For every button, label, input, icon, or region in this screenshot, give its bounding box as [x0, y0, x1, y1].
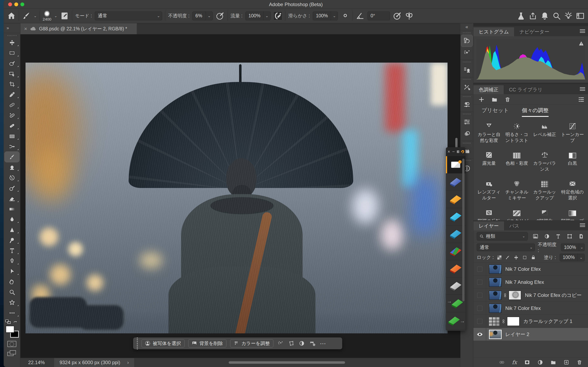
blend-mode-select[interactable]: 通常 ⌄ — [95, 11, 162, 20]
delete-layer-trash-icon[interactable] — [577, 359, 582, 365]
tool-selection-brush[interactable] — [4, 58, 20, 68]
tool-blur[interactable] — [4, 214, 20, 225]
layer-row[interactable]: Nik 7 Color Efex — [474, 302, 588, 315]
pressure-opacity-icon[interactable] — [216, 11, 225, 20]
tool-more-ellipsis[interactable] — [4, 308, 20, 318]
panel-layout-icon[interactable] — [457, 150, 459, 153]
layer-row-selected[interactable]: レイヤー 2 — [474, 328, 588, 341]
tool-clone-stamp[interactable] — [4, 162, 20, 173]
layer-filter-select[interactable]: 種類 ⌄ — [477, 232, 528, 241]
document-tab[interactable]: × G88.psdc @ 22.1% (レイヤー 2, RGB/8) * — [20, 23, 137, 34]
layer-style-fx-icon[interactable]: fx — [512, 359, 517, 365]
subtab-single-adjustments[interactable]: 個々の調整 — [522, 107, 549, 116]
smoothing-select[interactable]: 100% ⌄ — [313, 11, 338, 20]
expand-tools-button[interactable]: » — [4, 23, 20, 33]
add-adjustment-icon[interactable] — [478, 96, 484, 103]
tool-brush-selected[interactable] — [5, 152, 19, 162]
visibility-toggle[interactable] — [474, 276, 486, 289]
histogram-warning-icon[interactable] — [579, 41, 584, 47]
layer-thumbnail[interactable] — [489, 277, 502, 287]
tab-layers[interactable]: レイヤー — [474, 221, 504, 230]
adjustment-vibrance[interactable]: カラーと自然な彩度 — [475, 121, 503, 143]
dock-grip[interactable] — [463, 143, 471, 143]
tool-history-brush[interactable] — [4, 173, 20, 183]
taskbar-drag-handle[interactable] — [137, 337, 138, 350]
nik-plugin-green-out[interactable]: → — [446, 312, 466, 329]
toggle-brush-panel-icon[interactable] — [60, 11, 69, 20]
transform-icon[interactable] — [288, 340, 295, 347]
new-adjustment-layer-icon[interactable] — [537, 359, 543, 365]
history-panel-icon[interactable] — [461, 35, 472, 47]
tool-rect-marquee[interactable] — [4, 48, 20, 58]
blend-panel-icon[interactable] — [460, 128, 473, 140]
remove-background-button[interactable]: 背景を削除 — [188, 339, 227, 347]
close-document-icon[interactable]: × — [24, 26, 27, 32]
mask-link-icon[interactable] — [501, 318, 506, 324]
share-icon[interactable] — [528, 11, 537, 20]
tool-zoom[interactable] — [4, 287, 20, 297]
adjustment-photo-filter[interactable]: レンズフィルター — [475, 178, 503, 201]
symmetry-butterfly-icon[interactable] — [405, 11, 414, 20]
dock-grip[interactable] — [463, 62, 471, 62]
tool-patch[interactable] — [4, 131, 20, 141]
link-layers-icon[interactable] — [499, 359, 505, 365]
tab-histogram[interactable]: ヒストグラム — [474, 27, 514, 36]
chevron-down-icon[interactable]: ⌄ — [54, 14, 57, 18]
panel-menu-icon[interactable] — [580, 86, 585, 92]
tool-move[interactable] — [4, 37, 20, 48]
generative-panel-icon[interactable] — [460, 47, 473, 58]
folder-icon[interactable] — [492, 96, 498, 103]
workspace-icon[interactable] — [576, 11, 585, 20]
clone-source-panel-icon[interactable] — [460, 64, 473, 76]
color-lookup-layer-icon[interactable] — [489, 317, 500, 326]
tool-gradient[interactable] — [4, 204, 20, 214]
default-colors-icon[interactable] — [5, 320, 11, 325]
tab-paths[interactable]: パス — [504, 221, 525, 230]
tool-content-aware-move[interactable] — [4, 141, 20, 152]
layer-thumbnail[interactable] — [489, 291, 502, 300]
search-icon[interactable] — [552, 11, 561, 20]
dock-grip[interactable] — [463, 96, 471, 97]
tool-pen[interactable] — [4, 256, 20, 266]
tool-hand[interactable] — [4, 276, 20, 287]
document-dimensions[interactable]: 9324 px x 6000 px (300 ppi) › — [54, 358, 134, 367]
layer-row[interactable]: カラールックアップ 1 — [474, 315, 588, 328]
zoom-level[interactable]: 22.14% — [28, 360, 45, 365]
visibility-toggle[interactable] — [474, 302, 486, 315]
expand-panels-button[interactable]: « — [460, 23, 473, 31]
photo-rainy-umbrella[interactable] — [26, 63, 448, 333]
visibility-toggle[interactable] — [474, 315, 486, 328]
swap-colors-icon[interactable] — [13, 319, 18, 325]
panel-menu-icon[interactable] — [580, 223, 585, 228]
dock-grip[interactable] — [463, 33, 471, 33]
tool-spot-healing[interactable] — [4, 110, 20, 120]
adjustment-halfcircle-icon[interactable] — [298, 340, 305, 347]
adjust-color-button[interactable]: カラーを調整 — [230, 339, 273, 347]
adjustment-black-white[interactable]: 白黒 — [559, 150, 586, 172]
nik-panel-scrollbar[interactable] — [462, 159, 465, 301]
lock-pixels-icon[interactable] — [505, 255, 510, 260]
tool-healing-brush[interactable] — [4, 120, 20, 131]
layer-thumbnail[interactable] — [489, 330, 502, 339]
new-layer-icon[interactable] — [563, 359, 569, 365]
tab-navigator[interactable]: ナビゲーター — [514, 27, 554, 36]
trash-icon[interactable] — [504, 96, 511, 103]
adjustments-sliders-panel-icon[interactable] — [460, 116, 473, 128]
add-image-icon[interactable] — [309, 340, 316, 347]
brush-angle-input[interactable]: 0° — [367, 11, 390, 20]
adjustment-color-lookup[interactable]: カラールックアップ — [531, 178, 559, 201]
layer-fill-select[interactable]: 100% ⌄ — [560, 254, 585, 261]
panel-menu-icon[interactable] — [580, 29, 585, 34]
generative-fill-icon[interactable] — [277, 340, 284, 347]
visibility-toggle[interactable] — [474, 328, 486, 341]
chevron-down-icon[interactable]: ⌄ — [34, 14, 37, 18]
list-view-icon[interactable] — [578, 96, 584, 103]
tool-type[interactable] — [4, 245, 20, 256]
layer-row[interactable]: Nik 7 Color Efex のコピー — [474, 289, 588, 302]
airbrush-toggle-icon[interactable] — [273, 11, 282, 20]
lock-all-icon[interactable] — [531, 255, 536, 260]
nik-panel-titlebar[interactable]: × − — [446, 147, 466, 156]
layer-mask-thumbnail[interactable] — [507, 317, 520, 326]
smoothing-options-gear-icon[interactable] — [341, 11, 350, 20]
canvas-area[interactable]: 被写体を選択 背景を削除 カラーを調整 ⋯ — [20, 34, 460, 358]
